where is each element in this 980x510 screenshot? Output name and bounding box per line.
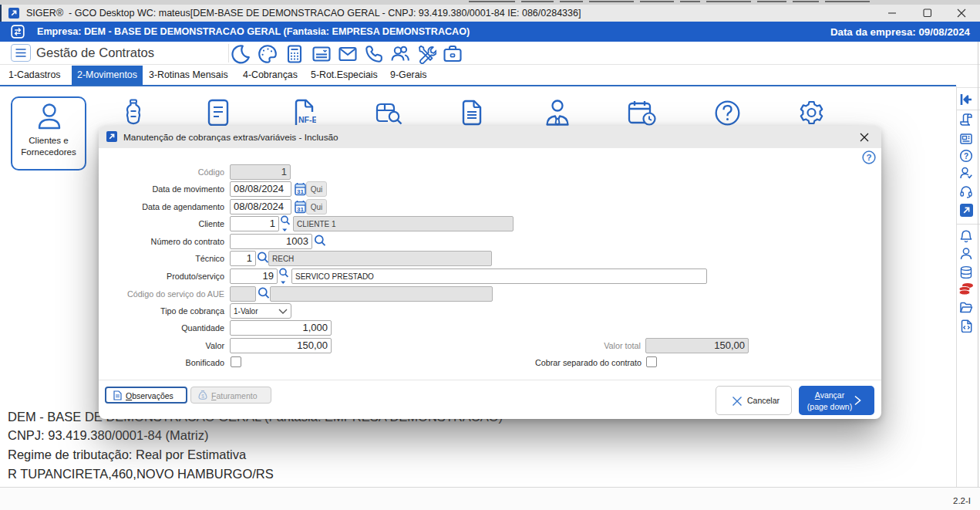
svg-text:?: ?	[866, 153, 871, 162]
svg-text:?: ?	[964, 152, 968, 160]
svg-text:NF-E: NF-E	[298, 115, 316, 124]
svg-text:31: 31	[297, 206, 304, 213]
svg-text:31: 31	[297, 188, 304, 195]
svg-text:$: $	[201, 393, 204, 399]
